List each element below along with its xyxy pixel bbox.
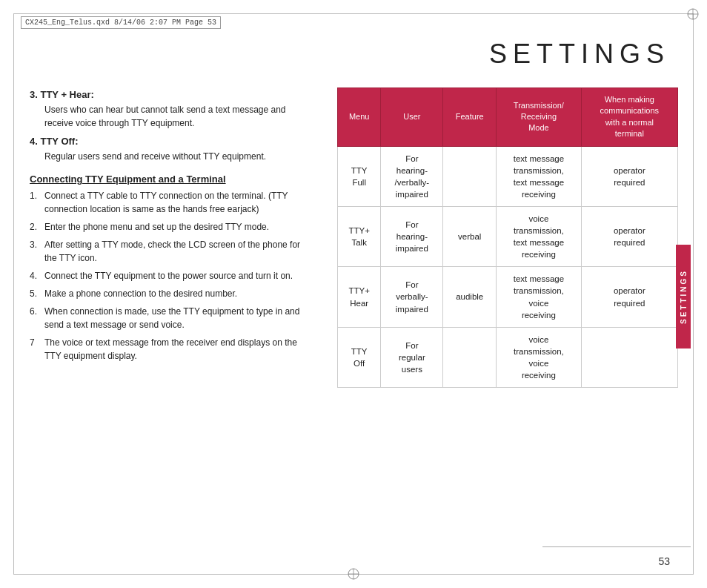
side-tab-text: SETTINGS (680, 269, 688, 324)
table-cell: verbal (443, 206, 497, 266)
section3-heading: 3. TTY + Hear: (30, 89, 311, 100)
table-cell: For verbally- impaired (381, 267, 443, 327)
list-num: 1. (30, 189, 40, 216)
table-header-cell: Menu (338, 88, 381, 147)
table-header-row: MenuUserFeatureTransmission/ Receiving M… (338, 88, 678, 147)
table-cell: TTY+ Hear (338, 267, 381, 327)
table-row: TTY OffFor regular usersvoice transmissi… (338, 327, 678, 387)
table-header-cell: User (381, 88, 443, 147)
list-text: Connect the TTY equipment to the power s… (44, 269, 293, 283)
list-item: 6.When connection is made, use the TTY e… (30, 305, 311, 331)
stamp: CX245_Eng_Telus.qxd 8/14/06 2:07 PM Page… (21, 16, 221, 29)
table-row: TTY+ HearFor verbally- impairedaudiblete… (338, 267, 678, 327)
list-text: When connection is made, use the TTY equ… (44, 305, 311, 331)
list-text: The voice or text message from the recei… (44, 336, 311, 363)
table-header-cell: When making communications with a normal… (581, 88, 677, 147)
table-cell (581, 327, 677, 387)
list-num: 2. (30, 220, 40, 234)
table-cell: TTY+ Talk (338, 206, 381, 266)
list-item: 1.Connect a TTY cable to TTY connection … (30, 189, 311, 216)
list-num: 6. (30, 305, 40, 331)
table-cell: For hearing- /verbally- impaired (381, 146, 443, 206)
list-item: 7The voice or text message from the rece… (30, 336, 311, 363)
reg-mark-bottom-center (347, 567, 360, 581)
list-text: Enter the phone menu and set up the desi… (44, 220, 269, 234)
table-cell: voice transmission, text message receivi… (497, 206, 582, 266)
table-cell: For regular users (381, 327, 443, 387)
reg-mark-top-right (686, 7, 700, 21)
table-row: TTY+ TalkFor hearing- impairedverbalvoic… (338, 206, 678, 266)
bottom-line (542, 546, 691, 547)
list-item: 3.After setting a TTY mode, check the LC… (30, 238, 311, 265)
table-cell: TTY Full (338, 146, 381, 206)
list-text: Make a phone connection to the desired n… (44, 287, 237, 300)
table-header-cell: Feature (443, 88, 497, 147)
table-cell: voice transmission, voice receiving (497, 327, 582, 387)
table-header-cell: Transmission/ Receiving Mode (497, 88, 582, 147)
left-content-area: 3. TTY + Hear: Users who can hear but ca… (30, 89, 311, 367)
table-cell: audible (443, 267, 497, 327)
table-row: TTY FullFor hearing- /verbally- impaired… (338, 146, 678, 206)
list-text: After setting a TTY mode, check the LCD … (44, 238, 311, 265)
list-num: 7 (30, 336, 40, 363)
side-tab: SETTINGS (676, 245, 691, 348)
table-body: TTY FullFor hearing- /verbally- impaired… (338, 146, 678, 388)
table-cell: For hearing- impaired (381, 206, 443, 266)
connecting-heading: Connecting TTY Equipment and a Terminal (30, 174, 311, 185)
section4-heading: 4. TTY Off: (30, 136, 311, 147)
instructions-list: 1.Connect a TTY cable to TTY connection … (30, 189, 311, 363)
list-text: Connect a TTY cable to TTY connection on… (44, 189, 311, 216)
list-num: 3. (30, 238, 40, 265)
table-cell: operator required (581, 267, 677, 327)
section4-body: Regular users send and receive without T… (44, 150, 311, 163)
list-num: 5. (30, 287, 40, 300)
list-num: 4. (30, 269, 40, 283)
table-cell: text message transmission, text message … (497, 146, 582, 206)
table-cell: operator required (581, 206, 677, 266)
table-cell (443, 146, 497, 206)
table-cell: TTY Off (338, 327, 381, 387)
list-item: 5.Make a phone connection to the desired… (30, 287, 311, 300)
table-area: MenuUserFeatureTransmission/ Receiving M… (337, 87, 678, 388)
section3-body: Users who can hear but cannot talk send … (44, 103, 311, 130)
table-cell (443, 327, 497, 387)
page-title: SETTINGS (489, 39, 670, 70)
list-item: 2.Enter the phone menu and set up the de… (30, 220, 311, 234)
table-cell: text message transmission, voice receivi… (497, 267, 582, 327)
table-cell: operator required (581, 146, 677, 206)
tty-table: MenuUserFeatureTransmission/ Receiving M… (337, 87, 678, 388)
list-item: 4.Connect the TTY equipment to the power… (30, 269, 311, 283)
page-number: 53 (658, 555, 670, 567)
